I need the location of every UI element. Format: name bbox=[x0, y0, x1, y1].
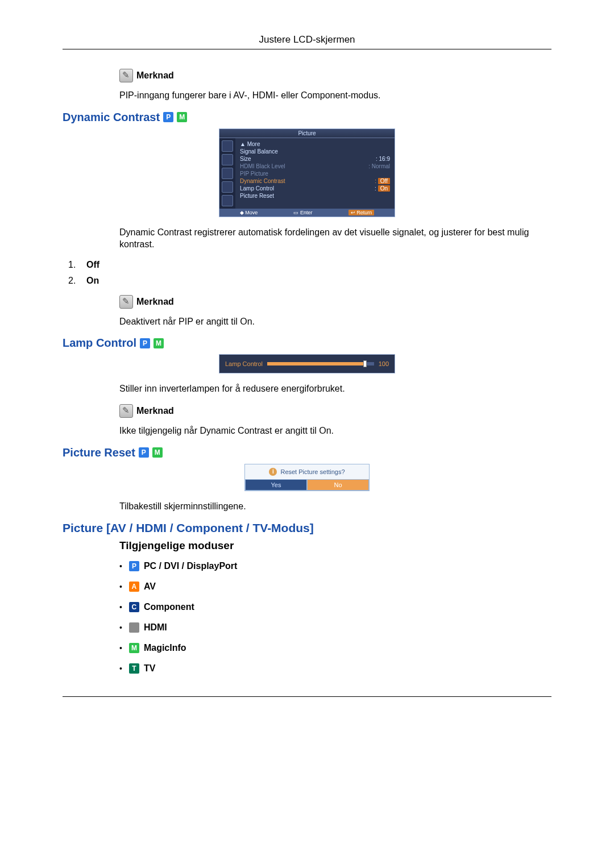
section-picture-reset: Picture Reset P M bbox=[63, 446, 551, 459]
lamp-label: Lamp Control bbox=[225, 360, 263, 367]
lamp-control-desc: Stiller inn inverterlampen for å reduser… bbox=[119, 383, 551, 395]
badge-a-icon: A bbox=[129, 582, 139, 592]
note-pip-on: Deaktivert når PIP er angitt til On. bbox=[119, 315, 551, 328]
badge-p-icon: P bbox=[139, 447, 149, 458]
page-header: Justere LCD-skjermen bbox=[63, 34, 551, 49]
osd-hdmi-black: HDMI Black Level bbox=[240, 163, 285, 169]
footer-line bbox=[63, 696, 551, 697]
badge-m-icon: M bbox=[152, 447, 163, 458]
section-dynamic-contrast: Dynamic Contrast P M bbox=[63, 111, 551, 124]
option-on: 2.On bbox=[68, 276, 551, 286]
note-pip-input: PIP-inngang fungerer bare i AV-, HDMI- e… bbox=[119, 89, 551, 102]
osd-footer-enter: ▭ Enter bbox=[293, 210, 312, 215]
mode-pc: • P PC / DVI / DisplayPort bbox=[119, 561, 551, 571]
badge-m-icon: M bbox=[177, 112, 187, 122]
note-label: Merknad bbox=[136, 406, 174, 416]
info-icon: i bbox=[269, 468, 277, 476]
osd-picture-reset: Picture Reset bbox=[240, 193, 274, 199]
note-label: Merknad bbox=[136, 297, 174, 307]
osd-lamp-control: Lamp Control 100 bbox=[219, 354, 395, 373]
osd-picture-menu: Picture ▲ More Signal Balance Size: 16:9… bbox=[219, 128, 395, 217]
mode-hdmi: • HDMI bbox=[119, 622, 551, 633]
picture-reset-desc: Tilbakestill skjerminnstillingene. bbox=[119, 500, 551, 513]
osd-signal-balance: Signal Balance bbox=[240, 148, 278, 155]
dynamic-contrast-desc: Dynamic Contrast registrerer automatisk … bbox=[119, 226, 551, 251]
reset-question: Reset Picture settings? bbox=[280, 468, 345, 475]
osd-side-icon bbox=[222, 154, 233, 165]
available-modes-subheading: Tilgjengelige moduser bbox=[119, 539, 551, 552]
osd-more: ▲ More bbox=[240, 141, 260, 147]
mode-magicinfo: • M MagicInfo bbox=[119, 643, 551, 653]
note-icon bbox=[119, 69, 133, 82]
note-label: Merknad bbox=[136, 70, 174, 81]
osd-side-icon bbox=[222, 181, 233, 193]
badge-p-icon: P bbox=[129, 561, 139, 571]
osd-pip-picture: PIP Picture bbox=[240, 171, 268, 177]
osd-hdmi-black-val: : Normal bbox=[368, 163, 390, 169]
osd-dynamic-contrast: Dynamic Contrast bbox=[240, 178, 285, 184]
osd-lamp-control-val: On bbox=[378, 185, 390, 192]
osd-side-icon bbox=[222, 140, 233, 152]
note-icon bbox=[119, 295, 133, 309]
section-lamp-control: Lamp Control P M bbox=[63, 337, 551, 350]
note-dc-on: Ikke tilgjengelig når Dynamic Contrast e… bbox=[119, 425, 551, 437]
section-picture-modes: Picture [AV / HDMI / Component / TV-Modu… bbox=[63, 521, 551, 535]
mode-tv: • T TV bbox=[119, 663, 551, 674]
badge-t-icon: T bbox=[129, 663, 139, 674]
mode-component: • C Component bbox=[119, 602, 551, 612]
picture-modes-title: Picture [AV / HDMI / Component / TV-Modu… bbox=[63, 521, 314, 535]
osd-side-icon bbox=[222, 195, 233, 206]
osd-lamp-control: Lamp Control bbox=[240, 185, 274, 192]
badge-m-icon: M bbox=[129, 643, 139, 653]
osd-picture-reset: i Reset Picture settings? Yes No bbox=[244, 464, 370, 491]
reset-no-button[interactable]: No bbox=[307, 479, 369, 491]
osd-dynamic-contrast-val: Off bbox=[378, 178, 390, 184]
reset-yes-button[interactable]: Yes bbox=[245, 479, 307, 491]
option-off: 1.Off bbox=[68, 260, 551, 270]
badge-h-icon bbox=[129, 622, 139, 633]
badge-p-icon: P bbox=[163, 112, 173, 122]
osd-title: Picture bbox=[219, 129, 395, 138]
badge-p-icon: P bbox=[140, 338, 150, 348]
osd-footer-return: ↩ Return bbox=[349, 210, 375, 215]
osd-footer-move: ◆ Move bbox=[240, 210, 258, 215]
lamp-value: 100 bbox=[379, 360, 389, 367]
mode-av: • A AV bbox=[119, 582, 551, 592]
picture-reset-title: Picture Reset bbox=[63, 446, 135, 459]
lamp-slider[interactable] bbox=[267, 362, 374, 366]
badge-m-icon: M bbox=[154, 338, 164, 348]
dynamic-contrast-title: Dynamic Contrast bbox=[63, 111, 160, 124]
osd-size-val: : 16:9 bbox=[376, 156, 390, 162]
lamp-control-title: Lamp Control bbox=[63, 337, 136, 350]
osd-size: Size bbox=[240, 156, 251, 162]
osd-side-icon bbox=[222, 168, 233, 179]
badge-c-icon: C bbox=[129, 602, 139, 612]
lamp-slider-handle[interactable] bbox=[363, 360, 367, 367]
note-icon bbox=[119, 404, 133, 418]
